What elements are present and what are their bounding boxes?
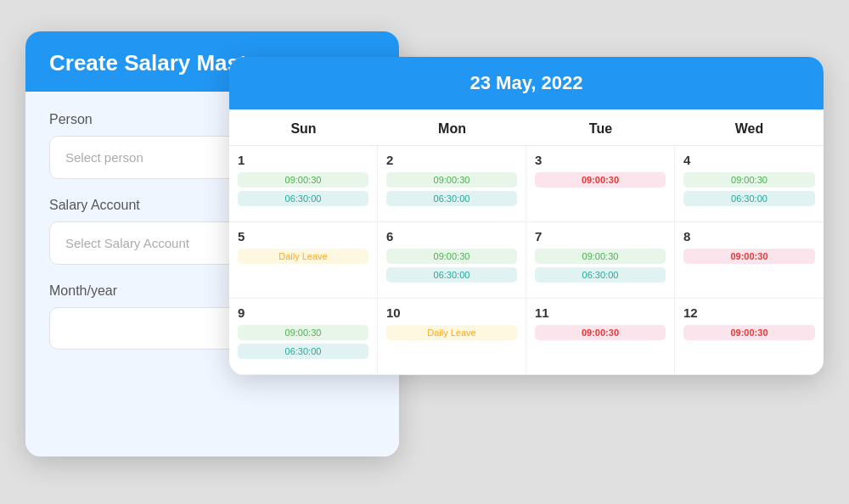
calendar-grid: SunMonTueWed109:00:3006:30:00209:00:3006…	[229, 109, 824, 375]
badge: 06:30:00	[238, 191, 368, 206]
person-placeholder: Select person	[65, 150, 143, 165]
badge: Daily Leave	[386, 325, 517, 340]
cal-cell-8[interactable]: 809:00:30	[675, 222, 824, 299]
badge: 06:30:00	[535, 267, 666, 283]
cal-date-8: 8	[683, 229, 815, 244]
day-header-mon: Mon	[378, 109, 526, 146]
badge: 06:30:00	[386, 191, 517, 206]
cal-date-12: 12	[683, 305, 815, 320]
badge: 09:00:30	[683, 325, 815, 340]
calendar-header: 23 May, 2022	[229, 57, 824, 109]
badge: 06:30:00	[238, 344, 368, 359]
day-header-sun: Sun	[229, 109, 378, 146]
cal-cell-11[interactable]: 1109:00:30	[526, 299, 675, 375]
cal-cell-12[interactable]: 1209:00:30	[675, 299, 824, 375]
cal-cell-2[interactable]: 209:00:3006:30:00	[378, 146, 526, 222]
cal-date-9: 9	[238, 305, 368, 320]
badge: 09:00:30	[683, 172, 815, 188]
cal-date-3: 3	[535, 153, 666, 167]
cal-cell-4[interactable]: 409:00:3006:30:00	[675, 146, 824, 222]
badge: 09:00:30	[535, 249, 666, 264]
cal-cell-9[interactable]: 909:00:3006:30:00	[229, 299, 378, 375]
badge: 06:30:00	[386, 267, 517, 283]
badge: 09:00:30	[238, 172, 368, 188]
cal-cell-1[interactable]: 109:00:3006:30:00	[229, 146, 378, 222]
cal-date-10: 10	[386, 305, 517, 320]
badge: 09:00:30	[683, 249, 815, 264]
cal-date-5: 5	[238, 229, 368, 244]
cal-cell-6[interactable]: 609:00:3006:30:00	[378, 222, 526, 299]
cal-cell-7[interactable]: 709:00:3006:30:00	[526, 222, 675, 299]
cal-date-7: 7	[535, 229, 666, 244]
cal-date-11: 11	[535, 305, 666, 320]
cal-date-6: 6	[386, 229, 517, 244]
cal-date-2: 2	[386, 153, 517, 167]
calendar-title: 23 May, 2022	[470, 72, 583, 93]
badge: 06:30:00	[683, 191, 815, 206]
cal-date-1: 1	[238, 153, 368, 167]
cal-date-4: 4	[683, 153, 815, 167]
day-header-tue: Tue	[526, 109, 675, 146]
badge: 09:00:30	[386, 249, 517, 264]
day-header-wed: Wed	[675, 109, 824, 146]
badge: 09:00:30	[535, 325, 666, 340]
salary-account-placeholder: Select Salary Account	[65, 236, 189, 250]
badge: 09:00:30	[535, 172, 666, 188]
badge: 09:00:30	[386, 172, 517, 188]
calendar-card: 23 May, 2022 SunMonTueWed109:00:3006:30:…	[229, 57, 824, 375]
cal-cell-3[interactable]: 309:00:30	[526, 146, 675, 222]
cal-cell-5[interactable]: 5Daily Leave	[229, 222, 378, 299]
badge: 09:00:30	[238, 325, 368, 340]
cal-cell-10[interactable]: 10Daily Leave	[378, 299, 526, 375]
badge: Daily Leave	[238, 249, 368, 264]
